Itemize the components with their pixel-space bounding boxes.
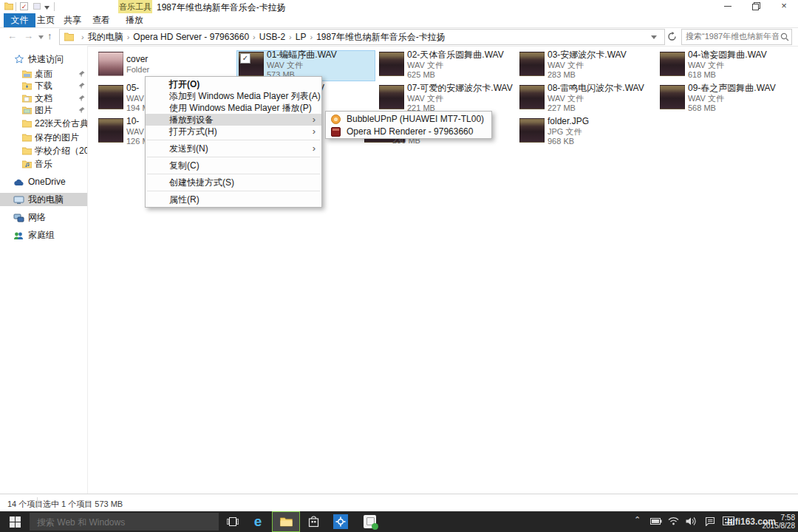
selected-checkbox[interactable]: ✓ <box>240 53 250 64</box>
menu-item-cast-to-device[interactable]: 播放到设备› <box>146 114 321 126</box>
explorer-folder-icon <box>280 517 293 527</box>
bubbleupnp-icon <box>331 115 341 124</box>
search-input[interactable] <box>682 30 779 43</box>
ribbon-tab-strip: 文件 主页 共享 查看 播放 <box>0 13 798 28</box>
qat-properties-icon[interactable]: ✓ <box>20 2 28 10</box>
navigation-pane: 快速访问 桌面 下载 文档 图片 22张天价古典真正 保存的图片 <box>0 46 88 494</box>
menu-item-add-to-wmp-list[interactable]: 添加到 Windows Media Player 列表(A) <box>146 90 321 102</box>
file-type: WAV 文件 <box>407 61 443 70</box>
submenu-item-bubbleupnp[interactable]: BubbleUPnP (HUAWEI MT7-TL00) <box>326 113 491 126</box>
file-size: 618 MB <box>688 70 716 80</box>
menu-item-copy[interactable]: 复制(C) <box>146 160 321 171</box>
refresh-button[interactable] <box>667 32 677 41</box>
task-view-icon <box>227 516 239 527</box>
taskbar-search-box[interactable] <box>30 513 219 531</box>
file-explorer-button-active[interactable] <box>272 511 300 532</box>
menu-item-label: 发送到(N) <box>169 143 208 154</box>
minimize-button[interactable] <box>714 0 742 13</box>
sidebar-item-school-intro[interactable]: 学校介绍（2015） <box>0 144 87 157</box>
file-type: WAV 文件 <box>688 94 724 103</box>
contextual-tab-music-tools[interactable]: 音乐工具 <box>118 0 152 13</box>
menu-item-properties[interactable]: 属性(R) <box>146 194 321 205</box>
sidebar-item-downloads[interactable]: 下载 <box>0 79 87 92</box>
breadcrumb-server[interactable]: Opera HD Server - 97963660 <box>133 30 249 44</box>
qat-newfolder-icon[interactable] <box>33 3 41 10</box>
sidebar-label: 网络 <box>28 211 46 224</box>
store-button[interactable] <box>300 511 327 532</box>
file-type: Folder <box>126 65 149 75</box>
menu-item-label: 打开(O) <box>169 79 200 89</box>
menu-item-open[interactable]: 打开(O) <box>146 78 321 90</box>
homegroup-icon <box>13 231 24 240</box>
forward-button[interactable]: → <box>24 30 33 41</box>
sidebar-item-onedrive[interactable]: OneDrive <box>0 175 87 188</box>
sidebar-item-homegroup[interactable]: 家庭组 <box>0 228 87 242</box>
sidebar-item-this-pc[interactable]: 我的电脑 <box>0 193 87 206</box>
sidebar-item-folder-22zhang[interactable]: 22张天价古典真正 <box>0 117 87 130</box>
address-dropdown-icon[interactable] <box>651 35 657 39</box>
menu-item-play-with-wmp[interactable]: 使用 Windows Media Player 播放(P) <box>146 102 321 114</box>
sidebar-item-network[interactable]: 网络 <box>0 211 87 224</box>
file-type: WAV 文件 <box>548 94 584 103</box>
submenu-item-label: BubbleUPnP (HUAWEI MT7-TL00) <box>347 114 484 124</box>
edge-browser-icon[interactable]: e <box>245 511 270 532</box>
cast-device-submenu: BubbleUPnP (HUAWEI MT7-TL00) Opera HD Re… <box>325 111 492 139</box>
downloads-folder-icon <box>22 82 32 90</box>
qat-separator <box>16 2 16 11</box>
menu-item-open-with[interactable]: 打开方式(H)› <box>146 126 321 137</box>
breadcrumb-chevron-icon: › <box>306 30 316 44</box>
action-center-icon[interactable] <box>705 516 715 526</box>
volume-icon[interactable] <box>686 516 696 526</box>
menu-separator <box>147 191 320 191</box>
wifi-icon[interactable] <box>668 516 679 525</box>
desktop-screen: ✓ 音乐工具 1987年维也纳新年音乐会-卡拉扬 × 文件 主页 共享 查看 播… <box>0 0 798 532</box>
task-view-button[interactable] <box>220 511 245 532</box>
album-art-thumbnail <box>98 85 123 109</box>
breadcrumb-lp[interactable]: LP <box>296 30 307 44</box>
sidebar-item-quick-access[interactable]: 快速访问 <box>0 52 87 66</box>
status-divider <box>37 497 38 508</box>
tab-file[interactable]: 文件 <box>4 13 35 27</box>
submenu-item-opera-hd-renderer[interactable]: Opera HD Renderer - 97963660 <box>326 126 491 138</box>
taskbar-search-input[interactable] <box>30 513 220 532</box>
search-box[interactable] <box>681 29 792 45</box>
menu-item-create-shortcut[interactable]: 创建快捷方式(S) <box>146 177 321 188</box>
album-art-thumbnail <box>379 52 404 76</box>
breadcrumb-current-folder[interactable]: 1987年维也纳新年音乐会-卡拉扬 <box>316 30 446 44</box>
restore-button[interactable] <box>742 0 770 13</box>
file-name: 03-安娜波尔卡.WAV <box>548 50 627 60</box>
album-art-thumbnail <box>660 52 685 76</box>
tab-view[interactable]: 查看 <box>87 13 115 27</box>
settings-button[interactable] <box>327 511 355 532</box>
recent-locations-dropdown-icon[interactable] <box>38 35 44 39</box>
pinned-app-button[interactable] <box>356 511 383 532</box>
back-button[interactable]: ← <box>7 30 17 41</box>
taskbar: e ⌃ 7:58 2015/8/28 <box>0 511 798 532</box>
tab-share[interactable]: 共享 <box>59 13 86 27</box>
sidebar-item-pictures[interactable]: 图片 <box>0 103 87 117</box>
search-icon[interactable] <box>780 33 789 41</box>
file-type: WAV 文件 <box>548 61 584 70</box>
battery-icon[interactable] <box>650 516 662 525</box>
sidebar-item-music[interactable]: 音乐 <box>0 157 87 171</box>
title-bar: ✓ 音乐工具 1987年维也纳新年音乐会-卡拉扬 × <box>0 0 798 13</box>
close-button[interactable]: × <box>770 0 798 13</box>
tray-chevron-up-icon[interactable]: ⌃ <box>634 515 641 525</box>
tab-play[interactable]: 播放 <box>118 13 151 27</box>
store-bag-icon <box>308 516 319 528</box>
tab-home[interactable]: 主页 <box>33 13 59 27</box>
sidebar-item-saved-pictures[interactable]: 保存的图片 <box>0 131 87 144</box>
qat-customize-dropdown-icon[interactable] <box>44 6 50 10</box>
documents-folder-icon <box>22 95 32 103</box>
desktop-folder-icon <box>22 70 32 78</box>
breadcrumb-computer[interactable]: 我的电脑 <box>88 30 123 44</box>
pin-icon <box>78 95 85 102</box>
menu-item-send-to[interactable]: 发送到(N)› <box>146 143 321 154</box>
up-button[interactable]: ↑ <box>47 30 52 41</box>
breadcrumb-usb2[interactable]: USB-2 <box>259 30 285 44</box>
menu-item-label: 使用 Windows Media Player 播放(P) <box>169 103 312 113</box>
start-button[interactable] <box>0 511 30 532</box>
items-count: 14 个项目 <box>7 499 43 510</box>
address-bar[interactable]: ›我的电脑›Opera HD Server - 97963660›USB-2›L… <box>59 29 665 45</box>
file-name: 09-春之声圆舞曲.WAV <box>688 83 776 93</box>
